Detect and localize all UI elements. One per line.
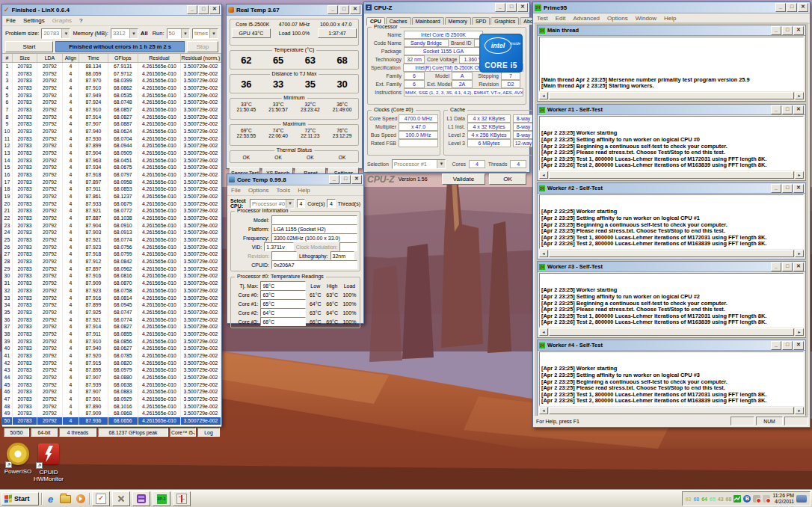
tray-core-temp[interactable]: 68 [693, 497, 699, 502]
table-row[interactable]: 382078320792487.91168.08554.261565e-0103… [2, 331, 221, 338]
uptime-button[interactable]: 1:37:47 [318, 28, 357, 38]
table-row[interactable]: 422078320792487.91568.08204.261565e-0103… [2, 360, 221, 367]
start-button[interactable]: Start [5, 41, 53, 52]
menu-file[interactable]: File [6, 17, 16, 24]
menu-edit[interactable]: Edit [556, 15, 566, 22]
scroll-right-icon[interactable]: ► [795, 407, 804, 414]
chevron-down-icon[interactable]: ▼ [61, 29, 70, 38]
table-row[interactable]: 192078320792487.86168.12374.261565e-0103… [2, 193, 221, 200]
minimize-button[interactable]: _ [771, 262, 781, 271]
table-row[interactable]: 202078320792487.93368.06794.261565e-0103… [2, 200, 221, 208]
maximize-button[interactable]: □ [340, 175, 351, 184]
table-row[interactable]: 252078320792487.92168.07744.261565e-0103… [2, 236, 221, 244]
maximize-button[interactable]: □ [782, 184, 793, 193]
table-row[interactable]: 232078320792487.90468.09104.261565e-0103… [2, 222, 221, 230]
scrollbar-thumb[interactable] [549, 407, 794, 414]
chevron-down-icon[interactable]: ▼ [437, 160, 445, 168]
minimize-button[interactable]: _ [771, 341, 781, 350]
linx-titlebar[interactable]: ✓ Finished - LinX 0.6.4 _□✕ [2, 4, 221, 16]
log-button[interactable]: Log [197, 428, 220, 437]
table-row[interactable]: 82078320792487.91468.08274.261565e-0103.… [2, 114, 221, 121]
close-button[interactable]: ✕ [351, 175, 362, 184]
quicklaunch-media-player[interactable] [74, 493, 87, 505]
prime95-titlebar[interactable]: 24 Prime95 _□✕ [533, 2, 810, 13]
tray-gpu-temp[interactable]: 43 [718, 497, 724, 502]
tab-mainboard[interactable]: Mainboard [412, 17, 444, 25]
scrollbar-thumb[interactable] [549, 171, 794, 179]
close-button[interactable]: ✕ [793, 26, 804, 35]
minimize-button[interactable]: _ [775, 3, 786, 12]
tray-core-temp[interactable]: 63 [686, 497, 692, 502]
times-combo[interactable]: times▼ [192, 28, 218, 39]
tray-temp-dim[interactable]: 68 [726, 497, 732, 502]
table-row[interactable]: 272078320792487.91868.07994.261565e-0103… [2, 251, 221, 258]
table-row[interactable]: 342078320792487.89968.09454.261565e-0103… [2, 301, 221, 309]
table-row[interactable]: 442078320792487.90768.08804.261565e-0103… [2, 374, 221, 381]
maximize-button[interactable]: □ [782, 262, 793, 271]
table-row[interactable]: 482078320792487.89068.10164.261565e-0103… [2, 403, 221, 411]
taskbar-button-cpuz[interactable] [132, 491, 150, 506]
tab-graphics[interactable]: Graphics [490, 17, 519, 25]
cpuz-titlebar[interactable]: Z CPU-Z _□✕ [364, 2, 529, 13]
table-row[interactable]: 142078320792487.96368.04514.261565e-0103… [2, 157, 221, 165]
maximize-button[interactable]: □ [782, 105, 793, 114]
chevron-down-icon[interactable]: ▼ [286, 200, 294, 208]
realtemp-titlebar[interactable]: Real Temp 3.67 _□✕ [227, 4, 362, 16]
minimize-button[interactable]: _ [327, 5, 338, 14]
table-row[interactable]: 92078320792487.90768.08874.261565e-0103.… [2, 120, 221, 128]
menu-help[interactable]: Help [298, 187, 310, 194]
maximize-button[interactable]: □ [782, 341, 793, 350]
close-button[interactable]: ✕ [517, 3, 528, 12]
minimize-button[interactable]: _ [329, 175, 339, 184]
run-combo[interactable]: 50▼ [167, 28, 191, 39]
child-titlebar[interactable]: 24Main thread_□✕ [538, 25, 805, 36]
minimize-button[interactable]: _ [771, 26, 781, 35]
child-titlebar[interactable]: 24Worker #1 - Self-Test_□✕ [538, 105, 805, 115]
scroll-right-icon[interactable]: ► [795, 328, 804, 336]
maximize-button[interactable]: □ [506, 3, 517, 12]
table-row[interactable]: 462078320792487.90768.08834.261565e-0103… [2, 388, 221, 396]
scrollbar-thumb[interactable] [549, 92, 794, 99]
tab-spd[interactable]: SPD [472, 17, 490, 25]
table-row[interactable]: 302078320792487.91668.08164.261565e-0103… [2, 272, 221, 280]
close-button[interactable]: ✕ [350, 5, 360, 14]
minimize-button[interactable]: _ [771, 184, 781, 193]
table-row[interactable]: 402078320792487.94068.06274.261565e-0103… [2, 345, 221, 352]
processor-selection-combo[interactable]: Processor #1▼ [392, 159, 446, 169]
horizontal-scrollbar[interactable]: ◄► [539, 328, 804, 336]
table-row[interactable]: 452078320792487.93968.06384.261565e-0103… [2, 381, 221, 389]
table-row[interactable]: 172078320792487.89768.09584.261565e-0103… [2, 179, 221, 186]
maximize-button[interactable]: □ [198, 5, 209, 14]
coretemp-titlebar[interactable]: Core Temp 0.99.8 _□✕ [227, 174, 363, 185]
tray-core-temp[interactable]: 65 [710, 497, 716, 502]
menu-window[interactable]: Window [636, 15, 656, 22]
table-row[interactable]: 222078320792487.88768.10384.261565e-0103… [2, 215, 221, 222]
table-row[interactable]: 162078320792487.91868.07974.261565e-0103… [2, 171, 221, 179]
child-titlebar[interactable]: 24Worker #3 - Self-Test_□✕ [538, 262, 805, 272]
memory-combo[interactable]: 3312▼ [111, 28, 138, 39]
menu-test[interactable]: Test [537, 15, 548, 22]
gpu-temp-button[interactable]: GPU 43°C [232, 28, 271, 38]
chevron-down-icon[interactable]: ▼ [129, 29, 138, 38]
horizontal-scrollbar[interactable]: ◄► [539, 250, 804, 257]
desktop-icon-hwmonitor[interactable]: ↗ CPUID HWMonitor [26, 441, 71, 482]
table-row[interactable]: 122078320792487.89968.09444.261565e-0103… [2, 142, 221, 150]
menu-help[interactable]: Help [664, 15, 676, 22]
maximize-button[interactable]: □ [782, 26, 793, 35]
tray-device-icon[interactable] [753, 495, 760, 503]
chevron-down-icon[interactable]: ▼ [181, 29, 189, 38]
select-cpu-combo[interactable]: Processor #0▼ [250, 199, 295, 209]
table-row[interactable]: 152078320792487.93468.06754.261565e-0103… [2, 164, 221, 171]
menu-settings[interactable]: Settings [23, 17, 45, 24]
scroll-left-icon[interactable]: ◄ [539, 328, 548, 336]
show-desktop-icon[interactable] [796, 495, 807, 503]
table-row[interactable]: 432078320792487.89568.09794.261565e-0103… [2, 366, 221, 374]
menu-options[interactable]: Options [248, 187, 269, 194]
table-row[interactable]: 352078320792487.92568.07474.261565e-0103… [2, 309, 221, 316]
quicklaunch-explorer[interactable] [59, 493, 72, 505]
taskbar-button-linx[interactable]: ✓ [92, 491, 110, 506]
menu-help[interactable]: ? [79, 17, 82, 24]
table-row[interactable]: 62078320792487.92468.07484.261565e-0103.… [2, 99, 221, 106]
table-row[interactable]: 392078320792487.91068.08564.261565e-0103… [2, 338, 221, 345]
table-row[interactable]: 12078320792488.13467.91314.261565e-0103.… [2, 63, 221, 70]
